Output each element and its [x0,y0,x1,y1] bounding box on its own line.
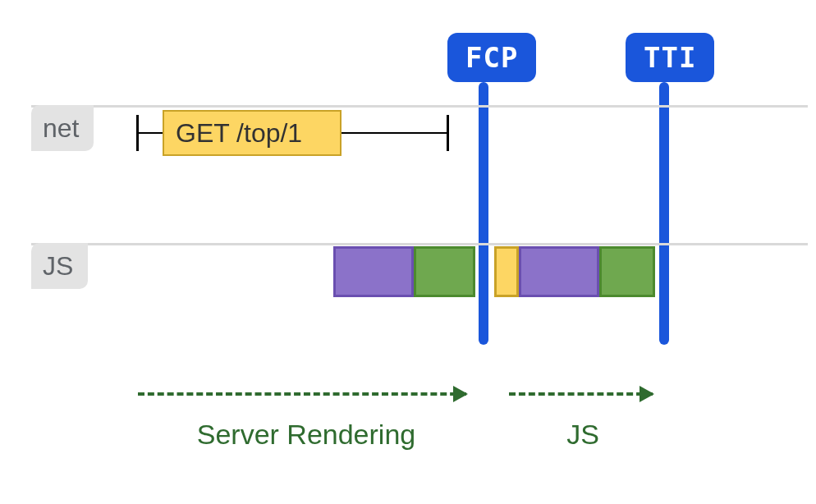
phase-label-js: JS [550,419,616,451]
phase-arrow-js [509,392,653,396]
arrow-head-icon [640,386,654,402]
js-track-line [31,243,808,245]
js-task-purple-2 [519,246,599,297]
net-lane-label-chip: net [31,105,94,151]
js-lane-label: JS [43,251,73,282]
js-task-yellow-1 [494,246,519,297]
fcp-badge: FCP [447,33,536,82]
phase-label-server-rendering: Server Rendering [171,419,442,451]
net-track-line [31,105,808,108]
tti-badge: TTI [626,33,714,82]
arrow-head-icon [453,386,468,402]
tti-badge-label: TTI [644,41,696,74]
net-request-label: GET /top/1 [176,118,302,149]
js-task-green-2 [599,246,655,297]
net-lane-label: net [43,113,79,144]
js-task-purple-1 [333,246,414,297]
fcp-badge-label: FCP [465,41,518,74]
tti-marker-line [659,82,669,345]
dash-line-icon [138,392,466,396]
phase-arrow-server-rendering [138,392,466,396]
net-span-end-cap [447,115,449,151]
js-task-green-1 [414,246,475,297]
dash-line-icon [509,392,653,396]
timeline-diagram: FCP TTI net GET /top/1 JS Server Renderi… [0,0,816,504]
js-lane-label-chip: JS [31,243,88,289]
fcp-marker-line [479,82,488,345]
net-request-box: GET /top/1 [163,110,342,156]
